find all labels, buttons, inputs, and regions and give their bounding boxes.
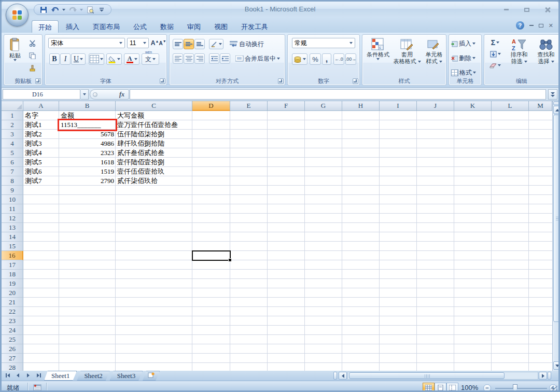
save-icon[interactable] [39,6,48,14]
column-header-M[interactable]: M [529,101,552,111]
cell-C2[interactable]: 壹万壹仟伍佰壹拾叁 [116,120,219,130]
orientation-button[interactable] [209,39,223,49]
cell-A3[interactable]: 测试2 [23,130,59,139]
cell-A1[interactable]: 名字 [23,111,59,120]
undo-icon[interactable] [51,6,59,14]
row-header-8[interactable]: 8 [2,176,23,186]
horizontal-split-handle[interactable] [333,372,337,380]
row-header-7[interactable]: 7 [2,167,23,176]
row-header-13[interactable]: 13 [2,223,23,232]
number-dialog-launcher-icon[interactable] [353,78,358,84]
row-header-24[interactable]: 24 [2,326,23,335]
paste-button[interactable]: 粘贴 [6,38,24,61]
find-select-button[interactable]: 查找和 选择 [534,38,558,65]
redo-dropdown-icon[interactable] [80,9,83,11]
horizontal-scroll-thumb[interactable] [349,372,505,379]
row-header-27[interactable]: 27 [2,354,23,363]
row-header-23[interactable]: 23 [2,316,23,326]
row-header-5[interactable]: 5 [2,148,23,158]
sheet-tab-sheet1[interactable]: Sheet1 [44,371,77,381]
row-header-2[interactable]: 2 [2,120,23,130]
column-header-J[interactable]: J [417,101,454,111]
page-break-view-button[interactable] [446,383,458,392]
bold-button[interactable]: B [49,53,60,65]
minimize-button[interactable] [499,6,513,13]
row-header-20[interactable]: 20 [2,288,23,298]
cell-C6[interactable]: 壹仟陆佰壹拾捌 [116,158,219,167]
cell-A5[interactable]: 测试4 [23,148,59,158]
percent-button[interactable]: % [310,53,321,65]
insert-worksheet-tab[interactable] [143,371,160,381]
format-as-table-button[interactable]: 套用 表格格式 [393,38,422,65]
column-header-F[interactable]: F [268,101,305,111]
clipboard-dialog-launcher-icon[interactable] [35,78,41,84]
row-header-25[interactable]: 25 [2,335,23,344]
tab-data[interactable]: 数据 [154,20,180,33]
zoom-slider-track[interactable] [495,388,547,389]
column-header-C[interactable]: C [116,101,192,111]
scroll-left-button[interactable] [339,372,347,380]
next-sheet-button[interactable] [23,371,33,380]
row-header-9[interactable]: 9 [2,186,23,195]
vertical-scrollbar[interactable] [552,101,560,371]
align-right-button[interactable] [194,53,205,64]
row-header-26[interactable]: 26 [2,344,23,354]
italic-button[interactable]: I [60,53,71,65]
row-header-3[interactable]: 3 [2,130,23,139]
maximize-button[interactable] [520,6,534,13]
sort-filter-button[interactable]: AZ 排序和 筛选 [506,38,532,65]
font-name-select[interactable]: 宋体 [48,38,125,48]
phonetic-guide-button[interactable]: wén文 [142,53,159,65]
row-header-4[interactable]: 4 [2,139,23,148]
insert-cells-button[interactable]: 插入 [451,38,476,49]
cell-C1[interactable]: 大写金额 [116,111,219,120]
column-header-B[interactable]: B [59,101,116,111]
row-header-17[interactable]: 17 [2,260,23,270]
select-all-button[interactable] [2,101,23,111]
column-header-D[interactable]: D [192,101,230,111]
column-header-G[interactable]: G [305,101,342,111]
row-header-15[interactable]: 15 [2,242,23,251]
column-header-H[interactable]: H [342,101,380,111]
cell-B8[interactable]: 2790 [59,176,116,186]
prev-sheet-button[interactable] [13,371,23,380]
cell-C7[interactable]: 壹仟伍佰壹拾玖 [116,167,219,176]
number-format-select[interactable]: 常规 [292,38,355,48]
vertical-scroll-thumb[interactable] [553,115,560,322]
cut-button[interactable] [26,38,38,48]
row-header-6[interactable]: 6 [2,158,23,167]
underline-button[interactable]: U [71,53,86,65]
doc-minimize-button[interactable] [529,25,534,26]
tab-developer[interactable]: 开发工具 [235,20,274,33]
tab-page-layout[interactable]: 页面布局 [87,20,126,33]
name-box[interactable]: D16 [3,89,80,100]
row-header-22[interactable]: 22 [2,307,23,316]
decrease-indent-button[interactable] [209,53,219,64]
name-box-dropdown-icon[interactable] [81,89,89,100]
cell-A2[interactable]: 测试1 [23,120,59,130]
fill-color-button[interactable] [106,53,122,65]
doc-close-button[interactable]: ✕ [549,22,553,29]
first-sheet-button[interactable] [3,371,12,380]
column-header-A[interactable]: A [23,101,59,111]
font-dialog-launcher-icon[interactable] [160,78,165,84]
tab-formulas[interactable]: 公式 [127,20,153,33]
increase-indent-button[interactable] [220,53,230,64]
active-cell-D16[interactable] [192,250,231,261]
cell-C8[interactable]: 贰仟柒佰玖拾 [116,176,219,186]
column-header-K[interactable]: K [454,101,492,111]
cell-B4[interactable]: 4986 [59,139,116,148]
row-header-21[interactable]: 21 [2,298,23,307]
print-preview-icon[interactable] [86,6,94,14]
conditional-formatting-button[interactable]: ≤ 条件格式 [365,38,391,60]
help-icon[interactable]: ? [516,21,524,30]
normal-view-button[interactable] [423,383,435,392]
cell-B6[interactable]: 1618 [59,158,116,167]
cell-A4[interactable]: 测试3 [23,139,59,148]
copy-button[interactable] [26,50,38,61]
row-header-16[interactable]: 16 [2,251,23,260]
row-header-1[interactable]: 1 [2,111,23,120]
tab-home[interactable]: 开始 [32,20,59,33]
column-header-I[interactable]: I [380,101,417,111]
cell-C4[interactable]: 肆仟玖佰捌拾陆 [116,139,219,148]
